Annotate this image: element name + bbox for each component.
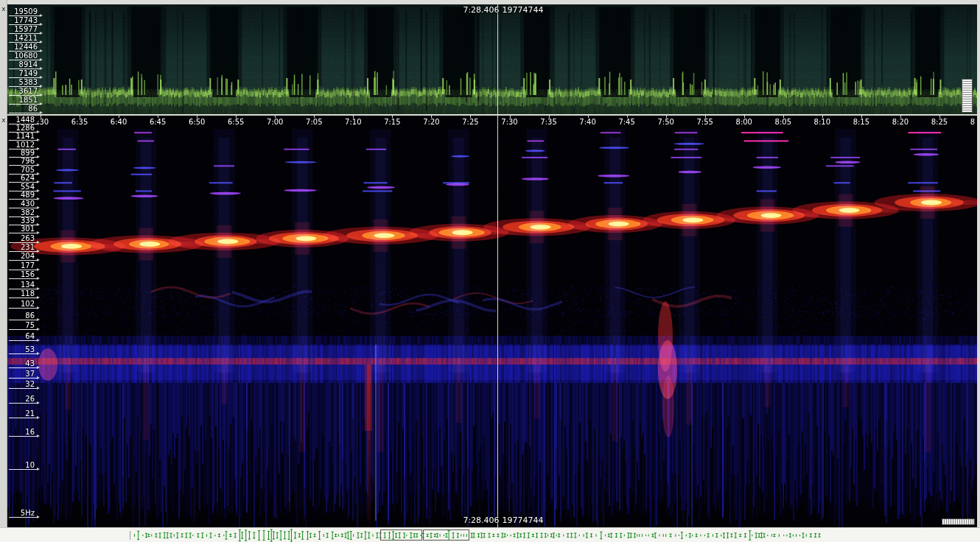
cursor-time: 7:28.406	[463, 515, 499, 525]
main-spectrogram-canvas[interactable]	[7, 116, 977, 527]
time-tick-mark	[627, 116, 628, 118]
cursor-readout-main: 7:28.40619774744	[463, 515, 546, 525]
time-tick-mark	[470, 116, 471, 118]
time-tick-mark	[353, 116, 354, 118]
waveform-canvas[interactable]	[0, 528, 980, 542]
time-tick-mark	[275, 116, 276, 118]
left-gutter	[0, 0, 7, 527]
time-tick-mark	[236, 116, 237, 118]
waveform-overview-strip	[0, 527, 980, 542]
time-tick-mark	[666, 116, 667, 118]
main-spectrogram-panel: 6:306:356:406:456:506:557:007:057:107:15…	[7, 116, 977, 527]
time-tick-mark	[392, 116, 393, 118]
time-tick-mark	[939, 116, 940, 118]
time-tick-mark	[314, 116, 315, 118]
time-tick-mark	[197, 116, 197, 118]
time-tick-mark	[158, 116, 158, 118]
overview-spectrogram-canvas[interactable]	[7, 4, 977, 114]
cursor-sample: 19774744	[503, 5, 544, 15]
time-tick-mark	[744, 116, 745, 118]
close-top-panel-button[interactable]: x	[0, 5, 7, 13]
time-tick-mark	[119, 116, 119, 118]
cursor-sample: 19774744	[503, 515, 544, 525]
selection-box-left[interactable]	[380, 529, 422, 541]
app-window: x x 195091774315977142111244610680891471…	[0, 0, 980, 542]
time-tick-mark	[822, 116, 823, 118]
time-tick-mark	[783, 116, 784, 118]
playhead-line-main[interactable]	[497, 116, 498, 527]
selection-box-right[interactable]	[423, 529, 469, 541]
cursor-time: 7:28.406	[463, 5, 499, 15]
time-tick-mark	[80, 116, 80, 118]
main-zoom-slider[interactable]	[942, 518, 975, 525]
time-tick-mark	[588, 116, 589, 118]
overview-spectrogram-panel: 1950917743159771421112446106808914714953…	[7, 4, 977, 114]
time-tick-mark	[549, 116, 550, 118]
close-main-panel-button[interactable]: x	[0, 116, 7, 124]
time-tick-mark	[900, 116, 901, 118]
time-tick-mark	[705, 116, 706, 118]
playhead-line-overview[interactable]	[497, 4, 498, 114]
time-tick-mark	[510, 116, 511, 118]
time-tick-mark	[41, 116, 41, 118]
overview-zoom-slider[interactable]	[962, 79, 973, 113]
time-tick-mark	[861, 116, 862, 118]
time-tick-mark	[431, 116, 432, 118]
cursor-readout-overview: 7:28.40619774744	[463, 5, 546, 15]
